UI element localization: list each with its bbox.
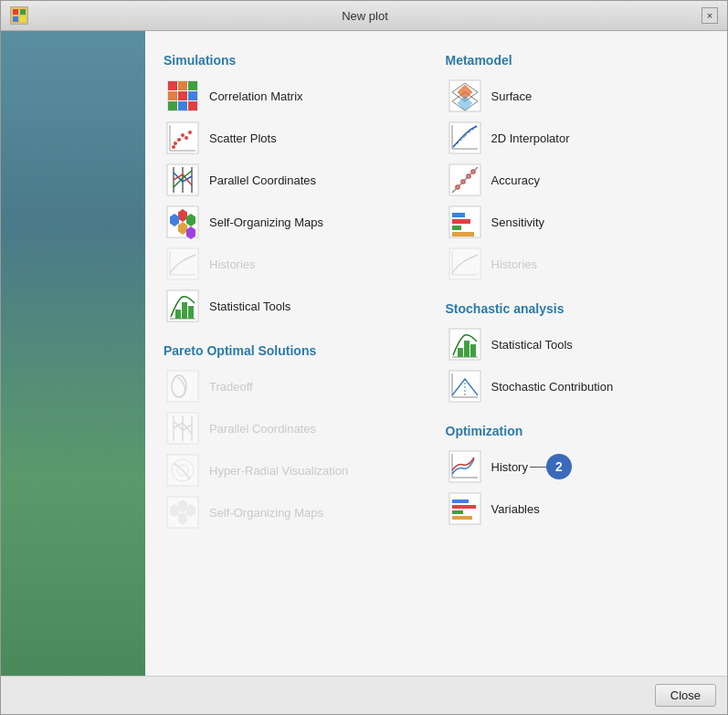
svg-rect-9 (178, 91, 187, 100)
stat-tools-icon (165, 289, 200, 323)
stochastic-header: Stochastic analysis (446, 301, 710, 316)
close-button[interactable]: Close (655, 684, 716, 707)
svg-rect-6 (178, 81, 187, 90)
stochastic-stat-tools-item[interactable]: Statistical Tools (446, 323, 710, 365)
pareto-som-label: Self-Organizing Maps (209, 506, 323, 520)
stochastic-stat-tools-label: Statistical Tools (491, 338, 573, 352)
svg-rect-0 (13, 9, 18, 15)
svg-rect-14 (167, 122, 198, 153)
svg-rect-3 (20, 16, 26, 22)
som-label: Self-Organizing Maps (209, 216, 323, 229)
scatter-plots-item[interactable]: Scatter Plots (164, 117, 427, 159)
stat-tools-item[interactable]: Statistical Tools (164, 285, 427, 327)
svg-point-22 (172, 145, 175, 149)
parallel-coords-label: Parallel Coordinates (209, 173, 316, 187)
simulations-header: Simulations (164, 53, 427, 68)
window-title: New plot (28, 9, 702, 23)
content-area: Simulations (1, 31, 727, 676)
accuracy-icon (448, 163, 482, 197)
stochastic-stat-tools-icon (448, 327, 482, 362)
svg-rect-73 (452, 226, 461, 230)
som-icon (165, 205, 200, 239)
accuracy-label: Accuracy (491, 173, 540, 187)
tradeoff-item: Tradeoff (164, 365, 427, 407)
scatter-plots-icon (165, 121, 200, 155)
histories-label: Histories (209, 258, 256, 271)
svg-rect-10 (188, 91, 197, 100)
titlebar: New plot × (1, 1, 727, 31)
svg-rect-74 (452, 232, 474, 237)
svg-rect-5 (168, 81, 177, 90)
variables-item[interactable]: Variables (446, 488, 710, 530)
pareto-parallel-coords-icon (165, 411, 200, 446)
badge-2: 2 (546, 454, 572, 479)
svg-point-20 (185, 136, 188, 140)
history-opt-item[interactable]: History 2 (446, 446, 710, 488)
variables-icon (448, 491, 482, 526)
surface-item[interactable]: Surface (446, 75, 710, 117)
svg-rect-12 (178, 101, 187, 110)
sensitivity-item[interactable]: Sensitivity (446, 201, 710, 243)
bottom-bar: Close (1, 676, 727, 714)
hyper-radial-item: Hyper-Radial Visualization (164, 449, 427, 491)
tradeoff-label: Tradeoff (209, 380, 253, 394)
stat-tools-label: Statistical Tools (209, 300, 290, 313)
svg-point-17 (174, 142, 177, 145)
meta-histories-item: Histories (446, 243, 710, 285)
svg-rect-13 (188, 101, 197, 110)
history-opt-label: History (491, 460, 528, 474)
sensitivity-icon (448, 205, 482, 239)
svg-rect-71 (452, 213, 465, 217)
right-column: Metamodel Surface (446, 49, 710, 667)
hyper-radial-label: Hyper-Radial Visualization (209, 464, 348, 478)
correlation-matrix-item[interactable]: Correlation Matrix (164, 75, 427, 117)
histories-icon (165, 247, 200, 281)
surface-label: Surface (491, 89, 533, 103)
pareto-parallel-coords-item: Parallel Coordinates (164, 407, 427, 449)
main-panel: Simulations (145, 31, 727, 676)
interpolator-label: 2D Interpolator (491, 131, 570, 145)
history-opt-icon (448, 449, 482, 484)
svg-rect-11 (168, 101, 177, 110)
svg-rect-7 (188, 81, 197, 90)
stochastic-contribution-item[interactable]: Stochastic Contribution (446, 365, 710, 407)
svg-rect-82 (470, 344, 476, 357)
meta-histories-label: Histories (491, 258, 538, 271)
correlation-matrix-icon (165, 79, 200, 113)
svg-rect-80 (458, 348, 463, 357)
svg-point-21 (188, 131, 192, 134)
stochastic-contribution-label: Stochastic Contribution (491, 380, 614, 394)
interpolator-icon (448, 121, 482, 155)
pareto-header: Pareto Optimal Solutions (164, 343, 427, 358)
app-icon (10, 6, 28, 25)
svg-rect-8 (168, 91, 177, 100)
sensitivity-label: Sensitivity (491, 216, 545, 229)
tradeoff-icon (165, 369, 200, 404)
svg-rect-81 (464, 341, 470, 357)
svg-point-19 (181, 133, 185, 137)
surface-icon (448, 79, 482, 113)
sidebar (1, 31, 145, 676)
left-column: Simulations (164, 49, 427, 667)
svg-rect-93 (452, 510, 463, 514)
accuracy-item[interactable]: Accuracy (446, 159, 710, 201)
svg-rect-40 (188, 306, 194, 319)
svg-rect-38 (175, 310, 181, 319)
svg-rect-91 (452, 499, 469, 503)
variables-label: Variables (491, 502, 540, 516)
optimization-header: Optimization (446, 424, 710, 438)
svg-point-18 (177, 138, 181, 142)
stochastic-contribution-icon (448, 369, 482, 404)
histories-item: Histories (164, 243, 427, 285)
svg-rect-94 (452, 516, 472, 520)
close-icon[interactable]: × (702, 7, 718, 24)
main-window: New plot × Simulations (0, 0, 728, 715)
parallel-coords-item[interactable]: Parallel Coordinates (164, 159, 427, 201)
correlation-matrix-label: Correlation Matrix (209, 89, 303, 103)
pareto-som-item: Self-Organizing Maps (164, 491, 427, 533)
som-item[interactable]: Self-Organizing Maps (164, 201, 427, 243)
svg-rect-2 (13, 16, 18, 22)
metamodel-header: Metamodel (446, 53, 710, 68)
meta-histories-icon (448, 247, 482, 281)
interpolator-item[interactable]: 2D Interpolator (446, 117, 710, 159)
